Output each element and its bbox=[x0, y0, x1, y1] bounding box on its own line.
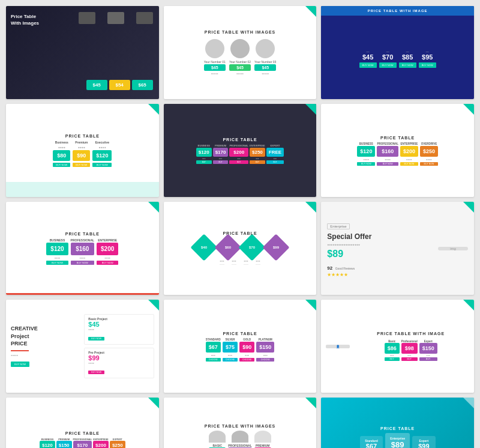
slide-12-content: PRICE TABLE WITH IMAGE Basic $86 ●●● BUY… bbox=[352, 331, 469, 361]
reviews-row: 92 Good Reviews bbox=[327, 261, 433, 272]
plan-item-2: Your Number 02 $45 ●●●●● bbox=[229, 39, 251, 75]
plan-13-4: ENTERPRISE $200 ●● BUY bbox=[93, 438, 109, 448]
slide-6-title: PRICE TABLE bbox=[380, 136, 415, 140]
plan-5-2: PREMIUM $170 ●●● BUY bbox=[213, 144, 229, 164]
plan-business: Business ●●●● $80 BUY NOW bbox=[53, 141, 70, 167]
plan-13-3: PROFESSIONAL $170 ●● BUY bbox=[73, 438, 92, 448]
diamond-3: $70 bbox=[242, 238, 262, 257]
slide-1-prices: $45 $54 $65 bbox=[86, 80, 153, 90]
plan-12-3: Expert $150 ●●● BUY bbox=[419, 340, 437, 361]
slide-14-plans: BASIC $59 ●●● BUY NOW PROFESSIONAL $79 ●… bbox=[209, 431, 271, 448]
slide-4-title: PRICE TABLE bbox=[65, 134, 100, 138]
slide-9-content: Enterprise Special Offer ●●●●●●●●●●●●●●●… bbox=[327, 219, 438, 277]
special-offer-price: $89 bbox=[327, 249, 433, 259]
creative-plans: Basic Project $45 ●●●● BUY NOW Pro Proje… bbox=[84, 314, 154, 378]
slide-5-title: PRICE TABLE bbox=[223, 138, 257, 142]
slide-12-plans: Basic $86 ●●● BUY Professional $98 ●●● B… bbox=[385, 340, 437, 361]
slide-15-title: PRICE TABLE bbox=[380, 426, 415, 431]
slide-8[interactable]: PRICE TABLE $40 $60 $70 $99 ●●●—— ●●●—— … bbox=[164, 202, 317, 295]
slide-2[interactable]: PRICE TABLE WITH IMAGES Your Number 01 $… bbox=[164, 6, 317, 99]
slide-11-plans: STANDARD $67 ●●● CHOOSE SILVER $75 ●●● C… bbox=[206, 338, 275, 362]
plan-11-1: STANDARD $67 ●●● CHOOSE bbox=[206, 338, 221, 362]
diamond-2: $60 bbox=[218, 238, 238, 257]
special-offer-title: Special Offer bbox=[327, 232, 433, 241]
plan-7-2: PROFESSIONAL $160 ●●●● BUY NOW bbox=[71, 238, 94, 265]
person-image: 👤 bbox=[326, 345, 350, 348]
offer-image: img bbox=[438, 247, 468, 250]
slides-grid: Price Table With Images $45 $54 $65 PRIC… bbox=[6, 6, 474, 448]
plan-13-5: EXPERT $250 ●● BUY bbox=[110, 438, 125, 448]
plan-13-1: BUSINESS $120 ●● BUY bbox=[40, 438, 55, 448]
plan-card-1: $45 bbox=[86, 80, 107, 90]
plan-card-2: $54 bbox=[109, 80, 130, 90]
slide-10[interactable]: CREATIVE Project PRICE ●●●●● BUY NOW Bas… bbox=[6, 300, 159, 393]
plan-7-3: ENTERPRISE $200 ●●●● BUY NOW bbox=[97, 238, 118, 265]
plan-11-4: PLATINUM $150 ●●● CHOOSE bbox=[256, 338, 274, 362]
slide-7-title: PRICE TABLE bbox=[65, 232, 100, 236]
price-col-3: — $85 BUY NOW bbox=[399, 50, 416, 68]
diamond-details: ●●●—— ●●●—— ●●●—— ●●●—— bbox=[220, 259, 260, 265]
slide-3-header: PRICE TABLE WITH IMAGE bbox=[321, 6, 474, 16]
diamond-4: $99 bbox=[266, 238, 286, 257]
pro-plan: Pro Project $99 ●●●● BUY NOW bbox=[84, 348, 154, 378]
slide-4[interactable]: PRICE TABLE Business ●●●● $80 BUY NOW Pr… bbox=[6, 104, 159, 197]
plan-card-3: $65 bbox=[132, 80, 153, 90]
slide-14[interactable]: PRICE TABLE WITH IMAGES BASIC $59 ●●● BU… bbox=[164, 398, 317, 448]
plan-14-2: PROFESSIONAL $79 ●●● BUY NOW bbox=[228, 431, 251, 448]
slide-1-images bbox=[79, 12, 153, 24]
price-col-2: — $70 BUY NOW bbox=[379, 50, 397, 68]
plan-12-1: Basic $86 ●●● BUY bbox=[385, 340, 400, 361]
plan-11-3: GOLD $90 ●●● CHOOSE bbox=[239, 338, 254, 362]
plan-14-1: BASIC $59 ●●● BUY NOW bbox=[209, 431, 226, 448]
slide-3[interactable]: PRICE TABLE WITH IMAGE — $45 BUY NOW — $… bbox=[321, 6, 474, 99]
slide-15[interactable]: PRICE TABLE Standard $67 ●●●● BUY NOW En… bbox=[321, 398, 474, 448]
plan-13-2: PREMIUM $150 ●● BUY bbox=[56, 438, 72, 448]
plan-5-1: BUSINESS $120 ●●● BUY bbox=[196, 144, 212, 164]
slide-3-prices: — $45 BUY NOW — $70 BUY NOW — $85 BUY NO… bbox=[359, 50, 436, 68]
plan-6-4: OVERDRIVE $250 ●●●● BUY NOW bbox=[420, 142, 438, 166]
plan-7-1: BUSINESS $120 ●●●● BUY NOW bbox=[46, 238, 68, 265]
slide-13[interactable]: PRICE TABLE BUSINESS $120 ●● BUY PREMIUM… bbox=[6, 398, 159, 448]
slide-15-plans: Standard $67 ●●●● BUY NOW Enterprise $89… bbox=[360, 433, 436, 448]
creative-left: CREATIVE Project PRICE ●●●●● BUY NOW bbox=[11, 325, 80, 368]
star-rating: ★★★★★ bbox=[327, 272, 433, 277]
slide-1[interactable]: Price Table With Images $45 $54 $65 bbox=[6, 6, 159, 99]
price-col-1: — $45 BUY NOW bbox=[359, 50, 377, 68]
slide-12[interactable]: 👤 PRICE TABLE WITH IMAGE Basic $86 ●●● B… bbox=[321, 300, 474, 393]
slide-9[interactable]: Enterprise Special Offer ●●●●●●●●●●●●●●●… bbox=[321, 202, 474, 295]
slide-13-title: PRICE TABLE bbox=[65, 431, 100, 435]
plan-6-3: ENTERPRISE $200 ●●●● BUY NOW bbox=[400, 142, 418, 166]
plan-15-1: Standard $67 ●●●● BUY NOW bbox=[360, 436, 383, 448]
slide-5-plans: BUSINESS $120 ●●● BUY PREMIUM $170 ●●● B… bbox=[196, 144, 284, 164]
slide-7-plans: BUSINESS $120 ●●●● BUY NOW PROFESSIONAL … bbox=[46, 238, 118, 265]
slide-13-plans: BUSINESS $120 ●● BUY PREMIUM $150 ●● BUY… bbox=[40, 438, 125, 448]
slide-1-title: Price Table With Images bbox=[11, 13, 47, 26]
price-col-4: — $95 BUY NOW bbox=[419, 50, 436, 68]
plan-12-2: Professional $98 ●●● BUY bbox=[401, 340, 418, 361]
plan-11-2: SILVER $75 ●●● CHOOSE bbox=[223, 338, 238, 362]
slide-5[interactable]: PRICE TABLE BUSINESS $120 ●●● BUY PREMIU… bbox=[164, 104, 317, 197]
plan-executive: Executive ●●●● $120 BUY NOW bbox=[92, 141, 112, 167]
slide-2-content: Your Number 01 $45 ●●●●● Your Number 02 … bbox=[204, 39, 277, 75]
slide-12-title: PRICE TABLE WITH IMAGE bbox=[377, 331, 445, 336]
slide-6[interactable]: PRICE TABLE BUSINESS $120 ●●●● BUY NOW P… bbox=[321, 104, 474, 197]
plan-14-3: PREMIUM $99 ●●● BUY NOW bbox=[254, 431, 271, 448]
plan-5-4: ENTERPRISE $250 ●●● BUY bbox=[250, 144, 265, 164]
plan-5-3: PROFESSIONAL $200 ●●● BUY bbox=[229, 144, 248, 164]
slide-11[interactable]: PRICE TABLE STANDARD $67 ●●● CHOOSE SILV… bbox=[164, 300, 317, 393]
slide-11-title: PRICE TABLE bbox=[223, 331, 257, 336]
slide-4-plans: Business ●●●● $80 BUY NOW Premium ●●●● $… bbox=[53, 141, 112, 167]
plan-6-1: BUSINESS $120 ●●●● BUY NOW bbox=[357, 142, 375, 166]
plan-15-2: Enterprise $89 ●●●● BUY NOW bbox=[385, 433, 410, 448]
slide-7[interactable]: PRICE TABLE BUSINESS $120 ●●●● BUY NOW P… bbox=[6, 202, 159, 295]
slide-6-plans: BUSINESS $120 ●●●● BUY NOW PROFESSIONAL … bbox=[357, 142, 438, 166]
plan-5-5: EXPERT FREE ●●● BUY bbox=[266, 144, 284, 164]
plan-item-1: Your Number 01 $45 ●●●●● bbox=[204, 39, 226, 75]
slide-14-title: PRICE TABLE WITH IMAGES bbox=[205, 424, 276, 428]
creative-title: CREATIVE Project PRICE bbox=[11, 325, 80, 348]
plan-item-3: Your Number 03 $45 ●●●●● bbox=[254, 39, 276, 75]
basic-plan: Basic Project $45 ●●●● BUY NOW bbox=[84, 314, 154, 345]
plan-6-2: PROFESSIONAL $160 ●●●● BUY NOW bbox=[377, 142, 398, 166]
plan-15-3: Expert $99 ●●●● BUY NOW bbox=[412, 436, 436, 448]
plan-premium: Premium ●●●● $90 BUY NOW bbox=[73, 141, 90, 167]
